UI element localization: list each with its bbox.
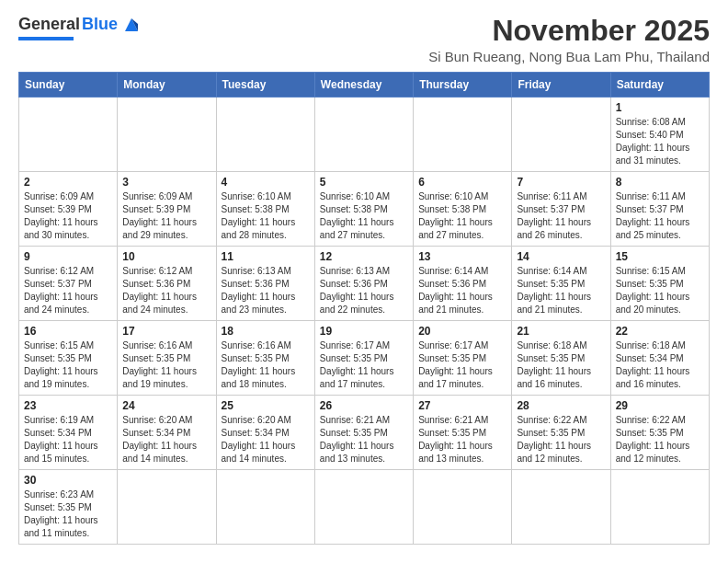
calendar-row-6: 30 Sunrise: 6:23 AMSunset: 5:35 PMDaylig… (19, 470, 710, 545)
calendar-row-2: 2 Sunrise: 6:09 AMSunset: 5:39 PMDayligh… (19, 172, 710, 247)
day-24: 24 Sunrise: 6:20 AMSunset: 5:34 PMDaylig… (118, 396, 216, 470)
col-saturday: Saturday (610, 73, 709, 98)
day-19: 19 Sunrise: 6:17 AMSunset: 5:35 PMDaylig… (314, 321, 413, 396)
day-25: 25 Sunrise: 6:20 AMSunset: 5:34 PMDaylig… (216, 396, 314, 470)
day-4: 4 Sunrise: 6:10 AMSunset: 5:38 PMDayligh… (216, 172, 314, 247)
logo-icon (121, 15, 142, 35)
day-12: 12 Sunrise: 6:13 AMSunset: 5:36 PMDaylig… (314, 247, 413, 321)
logo: General Blue (18, 15, 142, 40)
calendar-row-4: 16 Sunrise: 6:15 AMSunset: 5:35 PMDaylig… (19, 321, 710, 396)
title-section: November 2025 Si Bun Rueang, Nong Bua La… (428, 15, 710, 64)
empty-cell (118, 470, 216, 545)
day-26: 26 Sunrise: 6:21 AMSunset: 5:35 PMDaylig… (314, 396, 413, 470)
col-sunday: Sunday (19, 73, 118, 98)
day-20: 20 Sunrise: 6:17 AMSunset: 5:35 PMDaylig… (414, 321, 512, 396)
calendar-table: Sunday Monday Tuesday Wednesday Thursday… (18, 72, 710, 545)
calendar-row-3: 9 Sunrise: 6:12 AMSunset: 5:37 PMDayligh… (19, 247, 710, 321)
day-23: 23 Sunrise: 6:19 AMSunset: 5:34 PMDaylig… (19, 396, 118, 470)
day-3: 3 Sunrise: 6:09 AMSunset: 5:39 PMDayligh… (118, 172, 216, 247)
col-tuesday: Tuesday (216, 73, 314, 98)
day-21: 21 Sunrise: 6:18 AMSunset: 5:35 PMDaylig… (512, 321, 610, 396)
day-18: 18 Sunrise: 6:16 AMSunset: 5:35 PMDaylig… (216, 321, 314, 396)
empty-cell (512, 470, 610, 545)
logo-blue: Blue (82, 16, 118, 34)
day-2: 2 Sunrise: 6:09 AMSunset: 5:39 PMDayligh… (19, 172, 118, 247)
empty-cell (216, 98, 314, 172)
day-5: 5 Sunrise: 6:10 AMSunset: 5:38 PMDayligh… (314, 172, 413, 247)
empty-cell (314, 98, 413, 172)
day-30: 30 Sunrise: 6:23 AMSunset: 5:35 PMDaylig… (19, 470, 118, 545)
location-title: Si Bun Rueang, Nong Bua Lam Phu, Thailan… (428, 49, 710, 64)
empty-cell (19, 98, 118, 172)
day-7: 7 Sunrise: 6:11 AMSunset: 5:37 PMDayligh… (512, 172, 610, 247)
day-11: 11 Sunrise: 6:13 AMSunset: 5:36 PMDaylig… (216, 247, 314, 321)
logo-bar (18, 37, 74, 40)
empty-cell (414, 98, 512, 172)
calendar-header-row: Sunday Monday Tuesday Wednesday Thursday… (19, 73, 710, 98)
day-10: 10 Sunrise: 6:12 AMSunset: 5:36 PMDaylig… (118, 247, 216, 321)
col-thursday: Thursday (414, 73, 512, 98)
calendar-row-1: 1 Sunrise: 6:08 AMSunset: 5:40 PMDayligh… (19, 98, 710, 172)
day-14: 14 Sunrise: 6:14 AMSunset: 5:35 PMDaylig… (512, 247, 610, 321)
day-29: 29 Sunrise: 6:22 AMSunset: 5:35 PMDaylig… (610, 396, 709, 470)
day-1: 1 Sunrise: 6:08 AMSunset: 5:40 PMDayligh… (610, 98, 709, 172)
col-monday: Monday (118, 73, 216, 98)
empty-cell (512, 98, 610, 172)
day-9: 9 Sunrise: 6:12 AMSunset: 5:37 PMDayligh… (19, 247, 118, 321)
day-6: 6 Sunrise: 6:10 AMSunset: 5:38 PMDayligh… (414, 172, 512, 247)
day-17: 17 Sunrise: 6:16 AMSunset: 5:35 PMDaylig… (118, 321, 216, 396)
empty-cell (118, 98, 216, 172)
day-22: 22 Sunrise: 6:18 AMSunset: 5:34 PMDaylig… (610, 321, 709, 396)
empty-cell (216, 470, 314, 545)
col-friday: Friday (512, 73, 610, 98)
month-title: November 2025 (428, 15, 710, 47)
empty-cell (610, 470, 709, 545)
col-wednesday: Wednesday (314, 73, 413, 98)
day-15: 15 Sunrise: 6:15 AMSunset: 5:35 PMDaylig… (610, 247, 709, 321)
calendar-row-5: 23 Sunrise: 6:19 AMSunset: 5:34 PMDaylig… (19, 396, 710, 470)
logo-general: General (18, 16, 80, 34)
page-header: General Blue November 2025 Si Bun Rueang… (18, 15, 710, 64)
day-16: 16 Sunrise: 6:15 AMSunset: 5:35 PMDaylig… (19, 321, 118, 396)
day-13: 13 Sunrise: 6:14 AMSunset: 5:36 PMDaylig… (414, 247, 512, 321)
day-28: 28 Sunrise: 6:22 AMSunset: 5:35 PMDaylig… (512, 396, 610, 470)
empty-cell (314, 470, 413, 545)
day-27: 27 Sunrise: 6:21 AMSunset: 5:35 PMDaylig… (414, 396, 512, 470)
day-8: 8 Sunrise: 6:11 AMSunset: 5:37 PMDayligh… (610, 172, 709, 247)
empty-cell (414, 470, 512, 545)
